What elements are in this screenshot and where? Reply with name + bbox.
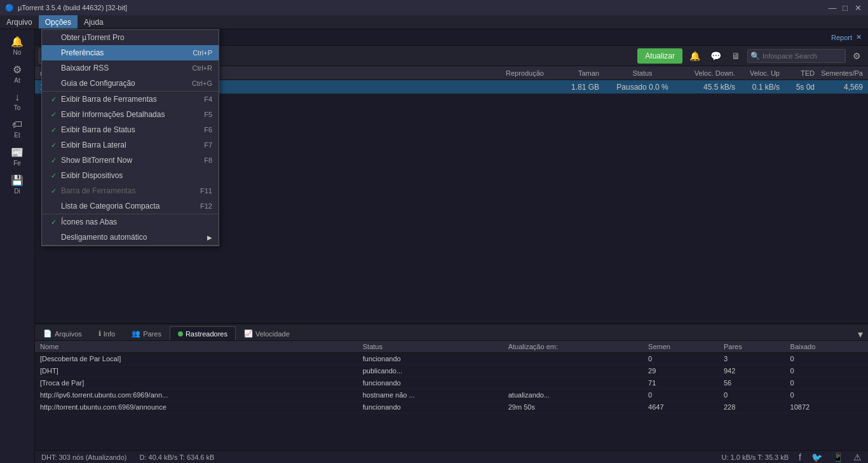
check-icon: ✓	[48, 156, 58, 165]
shortcut-label: F4	[204, 95, 212, 103]
menu-option-exibir-barra-lateral[interactable]: ✓Exibir Barra LateralF7	[42, 137, 219, 153]
chat-icon-btn[interactable]: 💬	[707, 51, 724, 61]
menu-option-label: Exibir Barra Lateral	[58, 141, 204, 149]
tab-velocidade[interactable]: 📈 Velocidade	[236, 326, 298, 340]
torrent-ted: 5s 0d	[782, 83, 817, 92]
menu-option-label: Obter µTorrent Pro	[58, 33, 212, 42]
search-logo: 🔍	[748, 52, 763, 60]
facebook-icon[interactable]: f	[799, 452, 801, 462]
tab-info[interactable]: ℹ Info	[90, 326, 123, 340]
torrent-seeds: 4,569	[817, 83, 868, 92]
list-item[interactable]: [Descoberta de Par Local] funcionando 0 …	[35, 353, 868, 365]
tracker-downloaded: 0	[785, 353, 868, 365]
tracker-status: funcionando	[358, 377, 503, 389]
menu-option-label: Exibir Barra de Status	[58, 125, 204, 134]
sidebar: 🔔 No ⚙ At ↓ To 🏷 Et 📰 Fe 💾 Di	[0, 29, 35, 463]
rastreadores-dot	[178, 331, 183, 336]
device-icon-btn[interactable]: 🖥	[728, 51, 743, 61]
tab-info-label: Info	[104, 330, 115, 338]
menu-option-exibir-informaes-detalhadas[interactable]: ✓Exibir Informações DetalhadasF5	[42, 107, 219, 122]
list-item[interactable]: http://torrent.ubuntu.com:6969/announce …	[35, 401, 868, 413]
info-icon: ℹ	[98, 329, 101, 338]
submenu-arrow-icon: ▶	[207, 234, 212, 241]
tracker-status: publicando...	[358, 365, 503, 377]
shortcut-label: Ctrl+R	[193, 64, 212, 72]
list-item[interactable]: [Troca de Par] funcionando 71 56 0	[35, 377, 868, 389]
sidebar-item-fe[interactable]: 📰 Fe	[0, 142, 34, 170]
adbar-right: Report ✕	[831, 33, 862, 41]
menu-option-exibir-barra-de-status[interactable]: ✓Exibir Barra de StatusF6	[42, 122, 219, 137]
search-input[interactable]	[763, 52, 845, 60]
menu-option-cones-nas-abas[interactable]: ✓Ícones nas Abas	[42, 214, 219, 230]
tracker-name: [DHT]	[35, 365, 358, 377]
menu-option-label: Baixador RSS	[58, 64, 193, 73]
tab-arquivos-label: Arquivos	[55, 330, 82, 338]
menu-option-preferncias[interactable]: PreferênciasCtrl+P	[42, 45, 219, 60]
sidebar-item-di[interactable]: 💾 Di	[0, 170, 34, 198]
shortcut-label: F6	[204, 126, 212, 134]
sidebar-item-at[interactable]: ⚙ At	[0, 60, 34, 88]
report-link[interactable]: Report	[831, 34, 852, 41]
tracker-update	[503, 353, 643, 365]
menu-option-barra-de-ferramentas: ✓Barra de FerramentasF11	[42, 183, 219, 198]
tag-icon: 🏷	[12, 119, 22, 130]
tracker-col-peers: Pares	[719, 341, 785, 353]
torrent-up: 0.1 kB/s	[738, 83, 782, 92]
titlebar-left: 🔵 µTorrent 3.5.4 (build 44632) [32-bit]	[5, 4, 127, 12]
feed-icon: 📰	[11, 146, 24, 158]
tracker-downloaded: 0	[785, 389, 868, 401]
notification-icon-btn[interactable]: 🔔	[686, 51, 703, 61]
menu-option-label: Show BitTorrent Now	[58, 156, 204, 165]
menu-option-baixador-rss[interactable]: Baixador RSSCtrl+R	[42, 60, 219, 76]
shortcut-label: F7	[204, 141, 212, 149]
col-header-up: Veloc. Up	[738, 69, 782, 77]
tracker-seeds: 4647	[643, 401, 719, 413]
menu-option-label: Exibir Dispositivos	[58, 171, 212, 180]
close-button[interactable]: ✕	[853, 3, 863, 13]
minimize-button[interactable]: —	[827, 3, 837, 13]
shortcut-label: Ctrl+G	[192, 79, 212, 87]
sidebar-item-no[interactable]: 🔔 No	[0, 32, 34, 60]
menu-ajuda[interactable]: Ajuda	[78, 15, 110, 29]
tab-arquivos[interactable]: 📄 Arquivos	[35, 326, 90, 340]
tracker-downloaded: 0	[785, 377, 868, 389]
menu-arquivo[interactable]: Arquivo	[0, 15, 39, 29]
update-button[interactable]: Atualizar	[637, 48, 682, 64]
menu-opcoes[interactable]: Opções	[39, 15, 78, 29]
maximize-button[interactable]: □	[840, 3, 850, 13]
sidebar-item-to[interactable]: ↓ To	[0, 88, 34, 115]
menu-option-obter-torrent-pro[interactable]: Obter µTorrent Pro	[42, 30, 219, 45]
app-icon: 🔵	[5, 4, 14, 12]
list-item[interactable]: [DHT] publicando... 29 942 0	[35, 365, 868, 377]
menu-option-guia-de-configurao[interactable]: Guia de ConfiguraçãoCtrl+G	[42, 76, 219, 91]
tracker-seeds: 29	[643, 365, 719, 377]
ad-close-button[interactable]: ✕	[856, 33, 862, 41]
app-title: µTorrent 3.5.4 (build 44632) [32-bit]	[18, 4, 127, 11]
shortcut-label: F5	[204, 111, 212, 118]
tab-pares[interactable]: 👥 Pares	[123, 326, 170, 340]
menu-option-exibir-barra-de-ferramentas[interactable]: ✓Exibir Barra de FerramentasF4	[42, 92, 219, 107]
menu-option-exibir-dispositivos[interactable]: ✓Exibir Dispositivos	[42, 168, 219, 183]
sidebar-label-no: No	[13, 49, 22, 56]
expand-panel-button[interactable]: ▾	[853, 328, 868, 340]
twitter-icon[interactable]: 🐦	[811, 452, 822, 462]
warning-icon[interactable]: ⚠	[853, 452, 862, 462]
menu-option-label: Ícones nas Abas	[58, 218, 212, 226]
list-item[interactable]: http://ipv6.torrent.ubuntu.com:6969/ann.…	[35, 389, 868, 401]
menu-option-label: Barra de Ferramentas	[58, 186, 200, 195]
tab-rastreadores[interactable]: Rastreadores	[170, 326, 236, 340]
menu-option-show-bittorrent-now[interactable]: ✓Show BitTorrent NowF8	[42, 153, 219, 168]
android-icon[interactable]: 📱	[832, 452, 843, 462]
sidebar-item-et[interactable]: 🏷 Et	[0, 115, 34, 142]
tracker-downloaded: 10872	[785, 401, 868, 413]
menu-option-lista-de-categoria-compacta[interactable]: Lista de Categoria CompactaF12	[42, 198, 219, 214]
options-menu: Obter µTorrent ProPreferênciasCtrl+PBaix…	[41, 29, 219, 246]
menu-option-desligamento-automtico[interactable]: Desligamento automático▶	[42, 230, 219, 245]
tracker-tbody: [Descoberta de Par Local] funcionando 0 …	[35, 353, 868, 413]
gear-icon-btn[interactable]: ⚙	[850, 51, 864, 61]
tracker-status: funcionando	[358, 353, 503, 365]
menu-option-label: Desligamento automático	[58, 233, 207, 242]
tracker-name: http://torrent.ubuntu.com:6969/announce	[35, 401, 358, 413]
tracker-peers: 942	[719, 365, 785, 377]
menu-option-label: Guia de Configuração	[58, 79, 192, 88]
